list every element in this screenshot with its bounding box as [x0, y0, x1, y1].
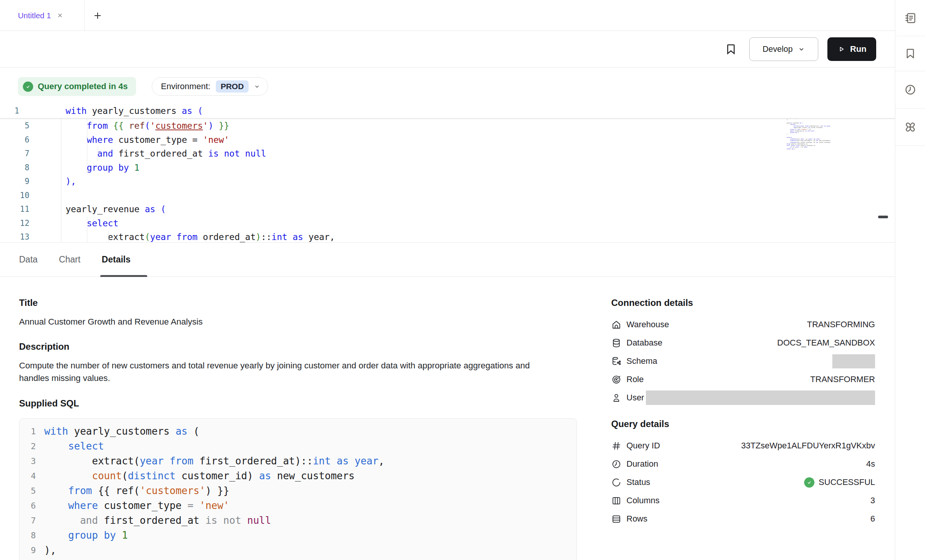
editor-sticky-line: 1with yearly_customers as ( — [0, 104, 895, 118]
code-line: 1with yearly_customers as ( — [0, 104, 895, 118]
connection-details-heading: Connection details — [611, 298, 875, 308]
code-token: where — [68, 500, 104, 511]
code-line: 7 and first_ordered_at is not null — [19, 513, 577, 528]
chevron-down-icon — [798, 46, 805, 53]
detail-value: DOCS_TEAM_SANDBOX — [777, 338, 875, 348]
code-token: ordered_at — [203, 232, 255, 242]
code-token — [66, 121, 87, 131]
sql-editor[interactable]: 1with yearly_customers as ( 5 from {{ re… — [0, 104, 895, 243]
description-value: Compute the number of new customers and … — [19, 359, 553, 384]
status-row: Query completed in 4s Environment: PROD — [0, 67, 895, 104]
tab-chart[interactable]: Chart — [59, 254, 80, 265]
close-tab-icon[interactable] — [56, 12, 64, 19]
database-icon — [611, 338, 621, 348]
connection-row-user: User — [611, 389, 875, 407]
role-icon — [611, 374, 621, 385]
gutter-separator — [61, 119, 61, 243]
line-number: 8 — [19, 528, 36, 543]
line-number: 1 — [19, 424, 36, 439]
title-heading: Title — [19, 298, 577, 308]
line-number: 12 — [0, 216, 29, 230]
code-token: ( — [122, 470, 128, 482]
code-token: as — [175, 426, 193, 437]
code-token: {{ — [113, 121, 129, 131]
code-line: 2 select — [19, 439, 577, 454]
code-token: is not — [206, 515, 247, 526]
detail-label: Warehouse — [626, 320, 669, 330]
code-token: first_ordered_at — [104, 515, 206, 526]
code-token — [66, 135, 87, 145]
check-circle-icon — [23, 82, 33, 92]
clock-icon — [904, 83, 917, 96]
environment-select[interactable]: Environment: PROD — [152, 77, 268, 96]
connection-row-role: RoleTRANSFORMER — [611, 370, 875, 389]
right-sidebar — [895, 0, 925, 560]
query-status-badge: Query completed in 4s — [18, 77, 136, 96]
redacted-value — [832, 354, 875, 368]
code-token: as ( — [182, 106, 203, 116]
detail-value: TRANSFORMING — [807, 320, 875, 330]
code-token — [44, 500, 68, 511]
minimap-line: order by 1 — [787, 148, 836, 150]
rows-icon — [611, 514, 621, 524]
code-token: yearly_customers — [92, 106, 181, 116]
indent-guide — [108, 230, 109, 243]
sidebar-item-bookmarks[interactable] — [895, 36, 925, 71]
tab-untitled-1[interactable]: Untitled 1 — [0, 0, 85, 31]
toolbar: Develop Run — [0, 31, 895, 67]
code-token: first_ordered_at — [118, 149, 208, 158]
new-tab-icon[interactable] — [92, 10, 104, 21]
line-number: 10 — [19, 558, 36, 560]
duration-icon — [611, 459, 621, 469]
query-row-duration: Duration4s — [611, 455, 875, 473]
connection-row-warehouse: WarehouseTRANSFORMING — [611, 315, 875, 334]
sidebar-item-history[interactable] — [895, 71, 925, 109]
code-token: and — [97, 149, 118, 158]
code-token: yearly_revenue — [66, 204, 145, 214]
code-token: {{ ref( — [98, 485, 140, 496]
code-token: int as — [271, 232, 308, 242]
schema-icon — [611, 356, 621, 366]
code-line: 9), — [19, 543, 577, 558]
code-token: from — [87, 121, 113, 131]
query-rows: Query ID33TZseWpe1ALFDUYerxR1gVKxbvDurat… — [611, 437, 875, 528]
code-line: 7 and first_ordered_at is not null — [0, 147, 895, 161]
code-token — [44, 515, 80, 526]
develop-dropdown[interactable]: Develop — [749, 37, 818, 61]
code-line: 5 from {{ ref('customers') }} — [19, 483, 577, 498]
code-token: ref — [129, 121, 145, 131]
detail-value: SUCCESSFUL — [804, 477, 875, 488]
code-token: group by — [68, 530, 122, 541]
code-token: }} — [214, 121, 230, 131]
tab-data[interactable]: Data — [19, 254, 38, 265]
sidebar-item-notebook[interactable] — [895, 0, 925, 36]
details-panel: Title Annual Customer Growth and Revenue… — [0, 277, 895, 560]
code-token: as ( — [145, 204, 166, 214]
code-token — [66, 163, 87, 173]
code-token: = — [188, 500, 199, 511]
run-button[interactable]: Run — [827, 37, 876, 61]
tab-label: Untitled 1 — [18, 11, 51, 20]
code-token: :: — [261, 232, 271, 242]
code-line: 8 group by 1 — [19, 528, 577, 543]
code-token: group by — [87, 163, 134, 173]
editor-scrollbar-thumb[interactable] — [878, 216, 888, 218]
detail-value: 33TZseWpe1ALFDUYerxR1gVKxbv — [741, 441, 875, 451]
code-token: select — [68, 440, 104, 452]
query-details-heading: Query details — [611, 419, 875, 429]
connection-rows: WarehouseTRANSFORMINGDatabaseDOCS_TEAM_S… — [611, 315, 875, 407]
code-token — [66, 149, 97, 158]
code-token: new_customers — [277, 470, 355, 482]
line-number: 9 — [0, 174, 29, 189]
environment-label: Environment: — [161, 82, 210, 91]
sidebar-item-canvas[interactable] — [895, 109, 925, 146]
code-token: ' — [203, 121, 208, 131]
tab-details[interactable]: Details — [102, 254, 130, 265]
description-heading: Description — [19, 341, 577, 352]
code-line: 1with yearly_customers as ( — [19, 424, 577, 439]
code-token: ' — [150, 121, 156, 131]
code-token: year from — [150, 232, 203, 242]
redacted-value — [646, 390, 875, 405]
code-token: first_ordered_at):: — [199, 455, 313, 467]
bookmark-icon[interactable] — [722, 40, 740, 58]
